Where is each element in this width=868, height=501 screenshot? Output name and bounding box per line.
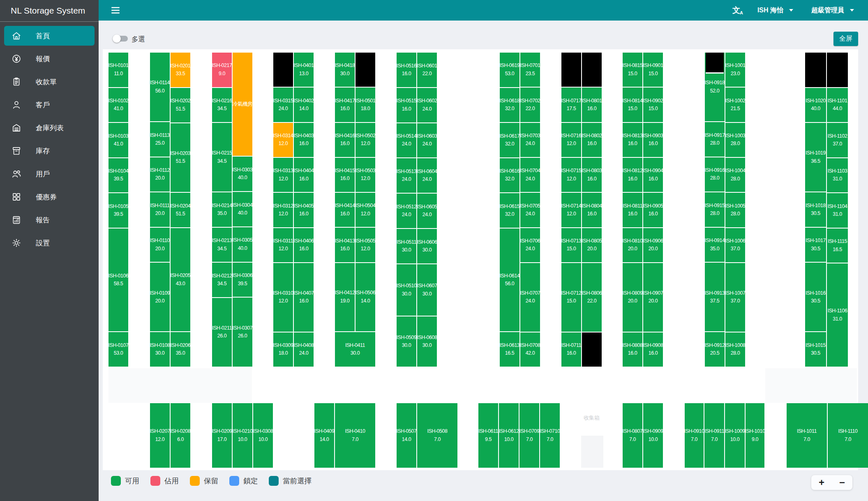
storage-block[interactable]: ISH-101630.5 xyxy=(805,263,826,331)
storage-block[interactable]: ISH-060630.0 xyxy=(417,229,437,263)
storage-block[interactable]: ISH-010241.0 xyxy=(108,88,128,122)
storage-block[interactable]: ISH-020543.0 xyxy=(171,228,190,331)
storage-block[interactable]: ISH-041516.0 xyxy=(335,158,355,192)
storage-block[interactable]: ISH-080216.0 xyxy=(582,123,602,157)
site-selector[interactable]: ISH 海怡 xyxy=(757,6,793,15)
storage-block[interactable]: ISH-041416.0 xyxy=(335,193,355,227)
storage-block[interactable]: ISH-060424.0 xyxy=(417,158,437,193)
storage-block[interactable]: ISH-10117.0 xyxy=(787,403,827,468)
storage-block[interactable]: ISH-050212.0 xyxy=(356,123,375,157)
storage-block[interactable]: ISH-070123.5 xyxy=(520,53,540,87)
storage-block[interactable]: ISH-081216.0 xyxy=(623,158,642,192)
storage-block[interactable]: ISH-011325.0 xyxy=(150,122,170,157)
storage-block[interactable]: ISH-031012.0 xyxy=(273,263,293,332)
storage-block[interactable]: ISH-071215.0 xyxy=(561,263,581,332)
storage-block[interactable]: ISH-07097.0 xyxy=(519,403,539,468)
storage-block[interactable]: ISH-071512.0 xyxy=(561,158,581,192)
storage-block[interactable]: ISH-010753.0 xyxy=(108,332,128,367)
storage-block[interactable]: ISH-071717.5 xyxy=(561,88,581,122)
storage-block[interactable]: ISH-061953.0 xyxy=(500,53,519,87)
sidebar-item-3[interactable]: 客戶 xyxy=(4,95,95,115)
storage-block[interactable]: ISH-061316.5 xyxy=(500,332,519,367)
storage-block[interactable]: ISH-101530.5 xyxy=(805,332,826,367)
storage-block[interactable]: ISH-090910.0 xyxy=(643,403,663,468)
storage-block[interactable]: ISH-10109.0 xyxy=(746,403,764,468)
multi-select-toggle[interactable] xyxy=(114,36,128,42)
storage-block[interactable]: ISH-010439.5 xyxy=(108,158,128,193)
storage-block[interactable]: ISH-060324.0 xyxy=(417,123,437,158)
storage-block[interactable]: ISH-101936.5 xyxy=(805,123,826,192)
storage-block[interactable]: ISH-050714.0 xyxy=(397,403,416,468)
storage-block[interactable]: ISH-100828.0 xyxy=(725,332,745,367)
storage-block[interactable]: ISH-06119.5 xyxy=(478,403,498,468)
storage-block[interactable]: ISH-051324.0 xyxy=(397,158,416,193)
storage-block[interactable]: ISH-071116.0 xyxy=(561,332,581,367)
storage-block[interactable]: ISH-060122.0 xyxy=(417,53,437,87)
sidebar-item-5[interactable]: 庫存 xyxy=(4,141,95,161)
storage-block[interactable]: ISH-051616.0 xyxy=(397,53,416,87)
storage-block[interactable]: ISH-111516.5 xyxy=(827,229,848,263)
storage-block[interactable]: ISH-020917.0 xyxy=(212,403,232,468)
storage-block[interactable]: ISH-061732.0 xyxy=(500,123,519,157)
storage-block[interactable]: ISH-090416.0 xyxy=(643,158,663,192)
storage-block[interactable]: ISH-070624.0 xyxy=(520,228,540,262)
storage-block[interactable]: ISH-091728.0 xyxy=(705,122,725,157)
storage-block[interactable]: ISH-081116.0 xyxy=(623,193,642,227)
storage-block[interactable]: ISH-061832.0 xyxy=(500,88,519,122)
storage-block[interactable]: ISH-090720.0 xyxy=(643,263,663,332)
storage-block[interactable]: ISH-010920.0 xyxy=(150,263,170,331)
storage-block[interactable]: ISH-021010.0 xyxy=(233,403,252,468)
storage-block[interactable]: ISH-081515.0 xyxy=(623,53,642,87)
storage-block[interactable]: ISH-041830.0 xyxy=(335,53,355,87)
storage-block[interactable]: ISH-051516.0 xyxy=(397,88,416,122)
storage-block[interactable]: ISH-110631.0 xyxy=(827,263,848,367)
storage-block[interactable]: ISH-061456.0 xyxy=(500,229,519,332)
storage-block[interactable]: ISH-081415.0 xyxy=(623,88,642,122)
storage-block[interactable]: ISH-040824.0 xyxy=(294,332,314,367)
storage-block[interactable]: ISH-040914.0 xyxy=(314,403,334,468)
storage-block[interactable]: ISH-11107.0 xyxy=(828,403,868,468)
storage-block[interactable]: ISH-021634.5 xyxy=(212,88,232,122)
zoom-in-button[interactable]: + xyxy=(816,478,827,487)
sidebar-item-6[interactable]: 用戶 xyxy=(4,164,95,184)
storage-block[interactable]: ISH-090816.0 xyxy=(643,332,663,367)
storage-block[interactable]: ISH-020133.5 xyxy=(171,53,190,87)
storage-block[interactable]: ISH-011220.0 xyxy=(150,157,170,192)
storage-block[interactable]: ISH-010658.5 xyxy=(108,229,128,332)
sidebar-item-7[interactable]: 優惠券 xyxy=(4,187,95,207)
storage-block[interactable]: ISH-030340.0 xyxy=(233,157,252,191)
storage-block[interactable]: ISH-110331.0 xyxy=(827,158,848,193)
storage-block[interactable]: ISH-021234.5 xyxy=(212,263,232,297)
storage-block[interactable]: ISH-100123.0 xyxy=(725,53,745,87)
storage-block[interactable]: ISH-060524.0 xyxy=(417,194,437,228)
storage-block[interactable]: ISH-041616.0 xyxy=(335,123,355,157)
storage-block[interactable]: ISH-010539.5 xyxy=(108,193,128,228)
storage-block[interactable]: ISH-071412.0 xyxy=(561,193,581,227)
storage-block[interactable]: ISH-102040.0 xyxy=(805,88,826,122)
storage-block[interactable]: ISH-101730.5 xyxy=(805,228,826,262)
storage-block[interactable]: ISH-061532.0 xyxy=(500,193,519,228)
storage-block[interactable]: ISH-041716.0 xyxy=(335,88,355,122)
storage-block[interactable]: ISH-050412.0 xyxy=(356,193,375,227)
storage-block[interactable]: ISH-091220.5 xyxy=(705,332,725,367)
storage-block[interactable]: ISH-070324.0 xyxy=(520,123,540,157)
storage-block[interactable]: ISH-031524.0 xyxy=(273,88,293,122)
storage-block[interactable]: ISH-010111.0 xyxy=(108,53,128,87)
storage-block[interactable]: ISH-05087.0 xyxy=(417,403,457,468)
storage-block[interactable]: ISH-110431.0 xyxy=(827,193,848,228)
storage-block[interactable]: ISH-030918.0 xyxy=(273,332,293,367)
storage-block[interactable]: ISH-010341.0 xyxy=(108,123,128,157)
storage-block[interactable]: ISH-091435.0 xyxy=(705,228,725,262)
storage-block[interactable]: ISH-020351.5 xyxy=(171,123,190,192)
storage-block[interactable]: ISH-080116.0 xyxy=(582,88,602,122)
storage-block[interactable]: ISH-050930.0 xyxy=(397,316,416,367)
storage-block[interactable]: ISH-020712.0 xyxy=(150,403,170,468)
storage-block[interactable]: ISH-09107.0 xyxy=(685,403,704,468)
user-role-menu[interactable]: 超級管理員 xyxy=(811,6,854,15)
storage-block[interactable]: ISH-090516.0 xyxy=(643,193,663,227)
storage-block[interactable]: ISH-041130.0 xyxy=(335,332,375,367)
storage-block[interactable]: ISH-051224.0 xyxy=(397,194,416,228)
sidebar-item-2[interactable]: 收款單 xyxy=(4,72,95,92)
storage-block[interactable]: ISH-060224.0 xyxy=(417,88,437,122)
storage-block[interactable]: ISH-040516.0 xyxy=(294,193,314,227)
